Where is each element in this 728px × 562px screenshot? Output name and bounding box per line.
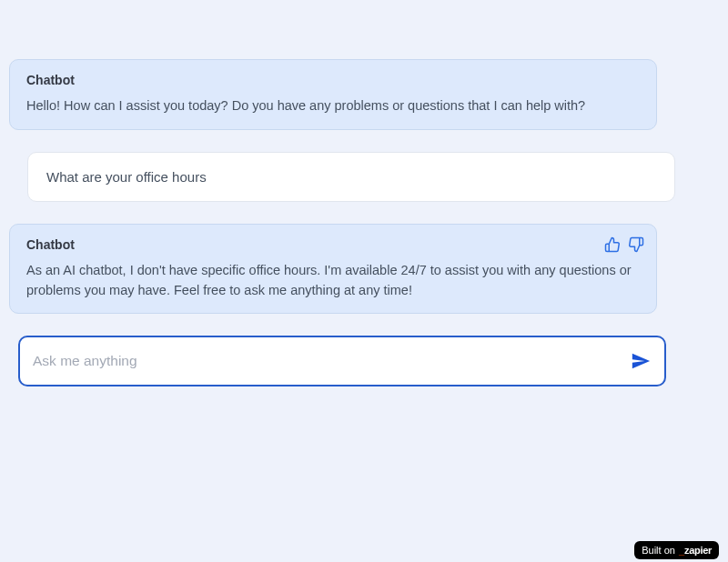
bot-message-text: As an AI chatbot, I don't have specific … — [26, 261, 640, 301]
built-on-badge[interactable]: Built on _zapier — [634, 541, 719, 559]
bot-message-text: Hello! How can I assist you today? Do yo… — [26, 96, 640, 116]
thumbs-down-icon[interactable] — [627, 236, 645, 254]
bot-message: Chatbot As an AI chatbot, I don't have s… — [9, 224, 657, 315]
chat-container: Chatbot Hello! How can I assist you toda… — [0, 0, 728, 396]
bot-message: Chatbot Hello! How can I assist you toda… — [9, 59, 657, 130]
thumbs-up-icon[interactable] — [603, 236, 622, 254]
chat-input[interactable] — [33, 353, 621, 369]
user-message: What are your office hours — [27, 152, 675, 202]
send-icon[interactable] — [630, 350, 652, 372]
bot-name-label: Chatbot — [26, 73, 640, 87]
feedback-row — [603, 236, 645, 254]
user-message-text: What are your office hours — [46, 169, 207, 185]
bot-name-label: Chatbot — [26, 237, 640, 252]
built-on-label: Built on — [642, 545, 675, 556]
brand-name: zapier — [684, 545, 712, 556]
chat-input-row — [18, 336, 666, 386]
